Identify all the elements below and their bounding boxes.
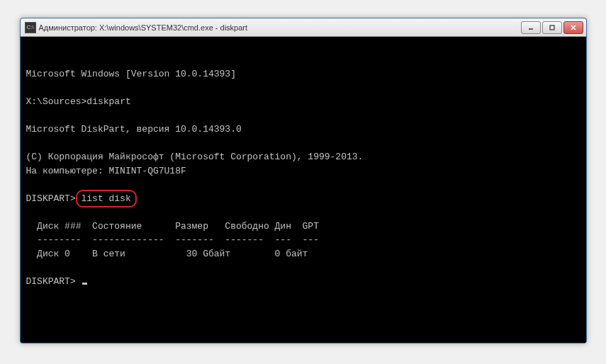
svg-rect-1 [550,25,554,30]
cmd-icon-glyph: C:\ [26,25,33,30]
table-divider: -------- ------------- ------- ------- -… [26,234,319,245]
output-line: На компьютере: MININT-QG7U18F [26,166,186,176]
minimize-button[interactable] [521,21,541,34]
output-line: Microsoft Windows [Version 10.0.14393] [26,69,236,79]
command-text: diskpart [86,96,130,107]
cmd-window: C:\ Администратор: X:\windows\SYSTEM32\c… [20,18,587,343]
table-row: Диск 0 В сети 30 Gбайт 0 байт [26,249,308,259]
close-button[interactable] [563,21,583,34]
table-header: Диск ### Состояние Размер Свободно Дин G… [26,221,319,232]
terminal-area[interactable]: Microsoft Windows [Version 10.0.14393] X… [21,37,586,343]
terminal-output: Microsoft Windows [Version 10.0.14393] X… [26,67,580,288]
prompt-text: DISKPART> [26,193,82,204]
command-text: list disk [82,193,131,204]
window-controls [521,21,583,34]
prompt-text: X:\Sources> [26,96,87,107]
output-line: (C) Корпорация Майкрософт (Microsoft Cor… [26,152,364,162]
highlighted-command: list disk [82,193,131,204]
cmd-icon: C:\ [25,22,36,33]
prompt-text: DISKPART> [26,276,82,287]
window-title: Администратор: X:\windows\SYSTEM32\cmd.e… [39,23,521,32]
cursor-icon [82,283,87,285]
output-line: Microsoft DiskPart, версия 10.0.14393.0 [26,124,242,135]
title-bar: C:\ Администратор: X:\windows\SYSTEM32\c… [21,18,586,37]
maximize-button[interactable] [542,21,562,34]
